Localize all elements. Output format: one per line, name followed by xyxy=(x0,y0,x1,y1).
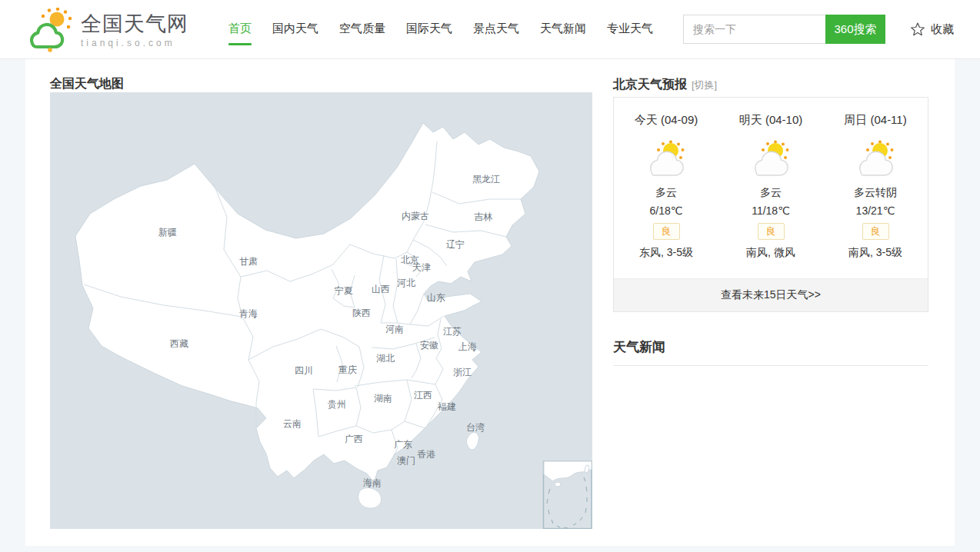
map-label-yunnan[interactable]: 云南 xyxy=(283,417,302,431)
map-label-neimenggu[interactable]: 内蒙古 xyxy=(402,210,429,223)
temperature-text: 13/21℃ xyxy=(823,205,928,217)
partly-cloudy-icon xyxy=(748,140,793,177)
nav-item-international-weather[interactable]: 国际天气 xyxy=(406,0,452,58)
nav-item-weather-news[interactable]: 天气新闻 xyxy=(540,0,586,58)
main-nav: 首页 国内天气 空气质量 国际天气 景点天气 天气新闻 专业天气 xyxy=(228,0,653,58)
map-label-shanxi[interactable]: 山西 xyxy=(372,283,390,296)
star-icon xyxy=(910,22,925,37)
map-label-heilongjiang[interactable]: 黑龙江 xyxy=(472,173,500,186)
map-label-anhui[interactable]: 安徽 xyxy=(420,339,438,352)
content-container: 全国天气地图 新疆甘肃青海西藏内蒙古黑龙江吉林辽宁北京天津河北山西山东宁夏陕西河… xyxy=(25,58,955,546)
map-label-xinjiang[interactable]: 新疆 xyxy=(158,226,177,239)
map-label-qinghai[interactable]: 青海 xyxy=(239,308,258,321)
map-label-liaoning[interactable]: 辽宁 xyxy=(446,238,465,251)
wind-text: 南风, 微风 xyxy=(718,246,823,260)
logo-subtitle: tianqi.so.com xyxy=(81,38,188,48)
map-label-hebei[interactable]: 河北 xyxy=(397,277,415,290)
map-label-jiangsu[interactable]: 江苏 xyxy=(443,325,462,338)
logo-title: 全国天气网 xyxy=(81,12,188,35)
nav-item-home[interactable]: 首页 xyxy=(228,0,252,58)
aqi-badge: 良 xyxy=(653,223,680,240)
map-label-taiwan[interactable]: 台湾 xyxy=(466,421,485,434)
day-label: 明天 (04-10) xyxy=(718,113,823,128)
partly-cloudy-icon xyxy=(644,140,688,177)
south-china-sea-inset xyxy=(544,461,592,529)
map-label-hainan[interactable]: 海南 xyxy=(363,477,382,490)
nav-item-scenic-weather[interactable]: 景点天气 xyxy=(473,0,519,58)
favorite-button[interactable]: 收藏 xyxy=(910,0,954,58)
map-label-macau[interactable]: 澳门 xyxy=(397,454,415,467)
map-title: 全国天气地图 xyxy=(50,76,124,92)
temperature-text: 6/18℃ xyxy=(614,205,718,217)
map-label-shandong[interactable]: 山东 xyxy=(427,291,445,304)
map-label-sichuan[interactable]: 四川 xyxy=(295,364,313,377)
forecast-panel: 今天 (04-09) 多云 6/18℃ 良 东风, 3-5级 明天 (04-10… xyxy=(613,97,928,312)
aqi-badge: 良 xyxy=(758,223,785,240)
map-label-xizang[interactable]: 西藏 xyxy=(170,338,188,351)
view-15-day-forecast-link[interactable]: 查看未来15日天气>> xyxy=(721,288,821,302)
map-label-guangdong[interactable]: 广东 xyxy=(394,438,412,451)
map-label-shaanxi[interactable]: 陕西 xyxy=(352,307,371,320)
map-label-hongkong[interactable]: 香港 xyxy=(417,448,435,461)
map-label-jiangxi[interactable]: 江西 xyxy=(414,389,432,402)
condition-text: 多云转阴 xyxy=(823,186,928,200)
map-label-guangxi[interactable]: 广西 xyxy=(345,433,363,446)
map-label-jilin[interactable]: 吉林 xyxy=(474,211,492,224)
nav-item-domestic-weather[interactable]: 国内天气 xyxy=(272,0,318,58)
map-label-fujian[interactable]: 福建 xyxy=(438,401,456,414)
wind-text: 东风, 3-5级 xyxy=(614,246,718,260)
map-label-chongqing[interactable]: 重庆 xyxy=(338,364,357,377)
day-label: 周日 (04-11) xyxy=(823,113,928,128)
map-label-guizhou[interactable]: 贵州 xyxy=(328,398,346,411)
map-label-ningxia[interactable]: 宁夏 xyxy=(335,284,353,298)
condition-text: 多云 xyxy=(614,186,718,200)
forecast-day-today: 今天 (04-09) 多云 6/18℃ 良 东风, 3-5级 xyxy=(614,98,718,278)
forecast-panel-footer: 查看未来15日天气>> xyxy=(614,278,928,311)
map-label-hunan[interactable]: 湖南 xyxy=(374,392,392,405)
nav-item-professional-weather[interactable]: 专业天气 xyxy=(607,0,653,58)
map-label-zhejiang[interactable]: 浙江 xyxy=(453,366,472,379)
map-label-shanghai[interactable]: 上海 xyxy=(458,341,477,354)
search-bar: 360搜索 xyxy=(683,15,885,44)
logo[interactable]: 全国天气网 tianqi.so.com xyxy=(26,8,188,52)
forecast-header: 北京天气预报[切换] xyxy=(613,77,717,93)
china-weather-map[interactable]: 新疆甘肃青海西藏内蒙古黑龙江吉林辽宁北京天津河北山西山东宁夏陕西河南江苏安徽上海… xyxy=(50,92,592,529)
wind-text: 南风, 3-5级 xyxy=(823,246,928,260)
forecast-day-sunday: 周日 (04-11) 多云转阴 13/21℃ 良 南风, 3-5级 xyxy=(823,98,928,278)
temperature-text: 11/18℃ xyxy=(718,205,823,217)
favorite-label: 收藏 xyxy=(931,22,954,37)
forecast-days: 今天 (04-09) 多云 6/18℃ 良 东风, 3-5级 明天 (04-10… xyxy=(614,98,928,278)
weather-news-title: 天气新闻 xyxy=(613,338,928,366)
map-label-hubei[interactable]: 湖北 xyxy=(376,352,395,365)
nav-item-air-quality[interactable]: 空气质量 xyxy=(339,0,385,58)
search-button[interactable]: 360搜索 xyxy=(825,15,885,44)
map-label-gansu[interactable]: 甘肃 xyxy=(239,255,258,268)
forecast-title: 北京天气预报 xyxy=(613,78,687,91)
search-input[interactable] xyxy=(683,15,825,44)
header: 全国天气网 tianqi.so.com 首页 国内天气 空气质量 国际天气 景点… xyxy=(0,0,980,59)
condition-text: 多云 xyxy=(718,186,823,200)
partly-cloudy-icon xyxy=(853,140,898,177)
china-map-svg xyxy=(50,92,592,529)
logo-text: 全国天气网 tianqi.so.com xyxy=(81,12,188,48)
map-label-henan[interactable]: 河南 xyxy=(385,323,404,336)
logo-sun-cloud-icon xyxy=(26,8,72,52)
forecast-day-tomorrow: 明天 (04-10) 多云 11/18℃ 良 南风, 微风 xyxy=(718,98,823,278)
day-label: 今天 (04-09) xyxy=(614,113,718,128)
map-label-tianjin[interactable]: 天津 xyxy=(412,261,431,274)
aqi-badge: 良 xyxy=(862,223,889,240)
switch-city-link[interactable]: [切换] xyxy=(692,79,717,91)
